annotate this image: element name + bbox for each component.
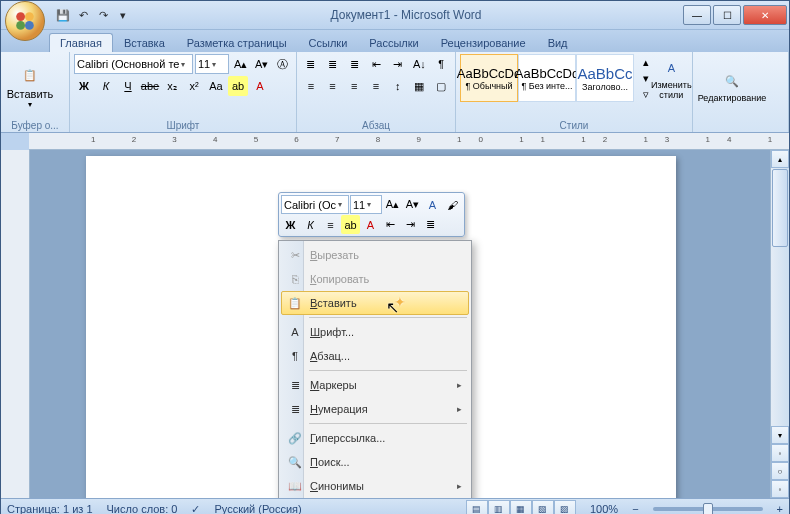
font-color-button[interactable]: A bbox=[250, 76, 270, 96]
office-button[interactable] bbox=[5, 1, 45, 41]
mini-painter-icon[interactable]: 🖌 bbox=[443, 195, 462, 214]
tab-insert[interactable]: Вставка bbox=[113, 33, 176, 52]
qat-dropdown-icon[interactable]: ▾ bbox=[115, 7, 131, 23]
mini-size-combo[interactable]: 11▾ bbox=[350, 195, 382, 214]
subscript-button[interactable]: x₂ bbox=[162, 76, 182, 96]
ctx-item-7[interactable]: ≣Маркеры▸ bbox=[281, 373, 469, 397]
borders-icon[interactable]: ▢ bbox=[431, 76, 451, 96]
tab-mailings[interactable]: Рассылки bbox=[358, 33, 429, 52]
zoom-level[interactable]: 100% bbox=[590, 503, 618, 514]
status-words[interactable]: Число слов: 0 bbox=[107, 503, 178, 514]
status-language[interactable]: Русский (Россия) bbox=[214, 503, 301, 514]
vertical-scrollbar[interactable]: ▴ ▾ ◦ ○ ◦ bbox=[770, 150, 789, 498]
bold-button[interactable]: Ж bbox=[74, 76, 94, 96]
clear-format-icon[interactable]: Ⓐ bbox=[273, 54, 292, 74]
grow-font-icon[interactable]: A▴ bbox=[231, 54, 250, 74]
window-controls: — ☐ ✕ bbox=[681, 5, 787, 25]
view-outline-icon[interactable]: ▧ bbox=[532, 500, 554, 514]
browse-object-icon[interactable]: ○ bbox=[771, 462, 789, 480]
paste-button[interactable]: 📋 Вставить ▾ bbox=[5, 54, 55, 118]
highlight-button[interactable]: ab bbox=[228, 76, 248, 96]
group-clipboard-label: Буфер о... bbox=[1, 120, 69, 131]
superscript-button[interactable]: x² bbox=[184, 76, 204, 96]
zoom-slider[interactable] bbox=[653, 507, 763, 511]
status-spellcheck-icon[interactable]: ✓ bbox=[191, 503, 200, 515]
view-web-icon[interactable]: ▦ bbox=[510, 500, 532, 514]
style-gallery[interactable]: AaBbCcDd¶ Обычный AaBbCcDd¶ Без инте... … bbox=[460, 54, 634, 102]
bullets-icon[interactable]: ≣ bbox=[301, 54, 321, 74]
tab-references[interactable]: Ссылки bbox=[298, 33, 359, 52]
font-name-combo[interactable]: Calibri (Основной те▾ bbox=[74, 54, 193, 74]
ctx-item-10[interactable]: 🔗Гиперссылка... bbox=[281, 426, 469, 450]
horizontal-ruler[interactable]: 1 2 3 4 5 6 7 8 9 10 11 12 13 14 15 16 bbox=[29, 133, 789, 150]
ctx-item-12[interactable]: 📖Синонимы▸ bbox=[281, 474, 469, 498]
align-center-icon[interactable]: ≡ bbox=[323, 76, 343, 96]
next-page-icon[interactable]: ◦ bbox=[771, 480, 789, 498]
view-print-icon[interactable]: ▤ bbox=[466, 500, 488, 514]
maximize-button[interactable]: ☐ bbox=[713, 5, 741, 25]
align-right-icon[interactable]: ≡ bbox=[344, 76, 364, 96]
sort-icon[interactable]: A↓ bbox=[410, 54, 430, 74]
italic-button[interactable]: К bbox=[96, 76, 116, 96]
scroll-track[interactable] bbox=[771, 168, 789, 426]
style-scroll[interactable]: ▴ ▾ ▿ bbox=[636, 54, 648, 102]
zoom-in-icon[interactable]: + bbox=[777, 503, 783, 514]
font-size-combo[interactable]: 11▾ bbox=[195, 54, 229, 74]
zoom-thumb[interactable] bbox=[703, 503, 713, 514]
outdent-icon[interactable]: ⇤ bbox=[366, 54, 386, 74]
change-styles-button[interactable]: A Изменить стили bbox=[650, 54, 693, 102]
close-button[interactable]: ✕ bbox=[743, 5, 787, 25]
view-draft-icon[interactable]: ▨ bbox=[554, 500, 576, 514]
underline-button[interactable]: Ч bbox=[118, 76, 138, 96]
tab-review[interactable]: Рецензирование bbox=[430, 33, 537, 52]
undo-icon[interactable]: ↶ bbox=[75, 7, 91, 23]
prev-page-icon[interactable]: ◦ bbox=[771, 444, 789, 462]
mini-font-combo[interactable]: Calibri (Ос▾ bbox=[281, 195, 349, 214]
strike-button[interactable]: abe bbox=[140, 76, 160, 96]
vertical-ruler[interactable] bbox=[1, 150, 30, 498]
change-case-button[interactable]: Aa bbox=[206, 76, 226, 96]
pilcrow-icon[interactable]: ¶ bbox=[431, 54, 451, 74]
style-heading1[interactable]: AaBbCcЗаголово... bbox=[576, 54, 634, 102]
ctx-item-5[interactable]: ¶Абзац... bbox=[281, 344, 469, 368]
mini-center-icon[interactable]: ≡ bbox=[321, 215, 340, 234]
ctx-item-8[interactable]: ≣Нумерация▸ bbox=[281, 397, 469, 421]
align-left-icon[interactable]: ≡ bbox=[301, 76, 321, 96]
tab-page-layout[interactable]: Разметка страницы bbox=[176, 33, 298, 52]
mini-styles-icon[interactable]: A bbox=[423, 195, 442, 214]
ctx-item-4[interactable]: AШрифт... bbox=[281, 320, 469, 344]
status-page[interactable]: Страница: 1 из 1 bbox=[7, 503, 93, 514]
ctx-item-11[interactable]: 🔍Поиск... bbox=[281, 450, 469, 474]
mini-outdent-icon[interactable]: ⇤ bbox=[381, 215, 400, 234]
mini-bullets-icon[interactable]: ≣ bbox=[421, 215, 440, 234]
redo-icon[interactable]: ↷ bbox=[95, 7, 111, 23]
view-fullscreen-icon[interactable]: ▥ bbox=[488, 500, 510, 514]
scroll-up-icon[interactable]: ▴ bbox=[771, 150, 789, 168]
numbering-icon[interactable]: ≣ bbox=[323, 54, 343, 74]
scroll-thumb[interactable] bbox=[772, 169, 788, 247]
style-normal[interactable]: AaBbCcDd¶ Обычный bbox=[460, 54, 518, 102]
line-spacing-icon[interactable]: ↕ bbox=[388, 76, 408, 96]
indent-icon[interactable]: ⇥ bbox=[388, 54, 408, 74]
style-no-spacing[interactable]: AaBbCcDd¶ Без инте... bbox=[518, 54, 576, 102]
ctx-item-2[interactable]: 📋Вставить bbox=[281, 291, 469, 315]
scroll-down-icon[interactable]: ▾ bbox=[771, 426, 789, 444]
tab-home[interactable]: Главная bbox=[49, 33, 113, 52]
mini-italic-icon[interactable]: К bbox=[301, 215, 320, 234]
mini-highlight-icon[interactable]: ab bbox=[341, 215, 360, 234]
mini-indent-icon[interactable]: ⇥ bbox=[401, 215, 420, 234]
zoom-out-icon[interactable]: − bbox=[632, 503, 638, 514]
save-icon[interactable]: 💾 bbox=[55, 7, 71, 23]
mini-bold-icon[interactable]: Ж bbox=[281, 215, 300, 234]
minimize-button[interactable]: — bbox=[683, 5, 711, 25]
multilevel-icon[interactable]: ≣ bbox=[344, 54, 364, 74]
mini-shrink-icon[interactable]: A▾ bbox=[403, 195, 422, 214]
document-area[interactable]: Calibri (Ос▾ 11▾ A▴ A▾ A 🖌 Ж К ≡ ab A ⇤ … bbox=[30, 150, 770, 498]
editing-button[interactable]: 🔍 Редактирование bbox=[697, 54, 767, 118]
mini-grow-icon[interactable]: A▴ bbox=[383, 195, 402, 214]
shading-icon[interactable]: ▦ bbox=[410, 76, 430, 96]
mini-color-icon[interactable]: A bbox=[361, 215, 380, 234]
tab-view[interactable]: Вид bbox=[537, 33, 579, 52]
justify-icon[interactable]: ≡ bbox=[366, 76, 386, 96]
shrink-font-icon[interactable]: A▾ bbox=[252, 54, 271, 74]
